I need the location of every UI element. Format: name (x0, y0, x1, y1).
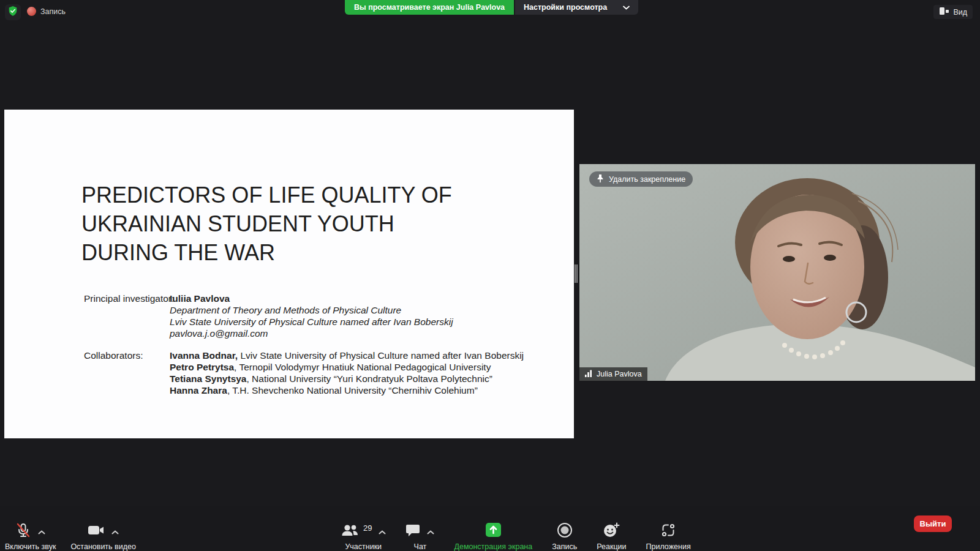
audio-options-chevron-icon[interactable] (38, 526, 45, 537)
collaborators-label: Collaborators: (84, 350, 143, 361)
participants-chevron-icon[interactable] (379, 526, 386, 537)
chat-button[interactable]: Чат (405, 515, 434, 551)
participant-video-feed (579, 164, 975, 381)
stop-video-label: Остановить видео (70, 542, 136, 551)
apps-icon (660, 522, 676, 541)
shield-check-icon (7, 6, 18, 19)
principal-investigator-label: Principal investigator: (84, 293, 174, 304)
record-button[interactable]: Запись (552, 515, 577, 551)
collaborator-row: Hanna Zhara, T.H. Shevchenko National Un… (170, 384, 524, 396)
security-button[interactable] (5, 4, 21, 20)
participants-icon (341, 523, 359, 539)
participant-name-tag: Julia Pavlova (579, 367, 647, 381)
microphone-muted-icon (15, 522, 31, 541)
remove-pin-button[interactable]: Удалить закрепление (589, 171, 693, 187)
pi-detail-line: Lviv State University of Physical Cultur… (170, 316, 453, 328)
shared-screen-slide: PREDICTORS OF LIFE QUALITY OF UKRAINIAN … (4, 110, 574, 438)
view-options-button[interactable]: Настройки просмотра (515, 0, 638, 15)
layout-view-icon (939, 7, 949, 17)
reactions-label: Реакции (597, 542, 626, 551)
reactions-smiley-icon (603, 522, 620, 541)
collaborator-row: Tetiana Synytsya, National University “Y… (170, 373, 524, 384)
reactions-button[interactable]: Реакции (597, 515, 626, 551)
chat-bubble-icon (405, 523, 420, 539)
share-screen-label: Демонстрация экрана (454, 542, 532, 551)
camera-icon (88, 524, 105, 539)
unmute-label: Включить звук (5, 542, 56, 551)
participants-count: 29 (363, 523, 372, 533)
panel-resize-handle[interactable] (575, 264, 576, 283)
apps-label: Приложения (646, 542, 691, 551)
record-dot-icon (27, 7, 36, 16)
view-button[interactable]: Вид (933, 5, 973, 19)
participant-name: Julia Pavlova (597, 370, 642, 378)
share-screen-button[interactable]: Демонстрация экрана (454, 515, 532, 551)
participants-button[interactable]: 29 Участники (341, 515, 386, 551)
stop-video-button[interactable]: Остановить видео (70, 515, 136, 551)
record-icon (557, 522, 573, 541)
signal-bars-icon (585, 370, 593, 379)
meeting-toolbar: Включить звук Остановить видео (0, 506, 980, 551)
slide-title-line: PREDICTORS OF LIFE QUALITY OF (81, 181, 452, 209)
leave-meeting-button[interactable]: Выйти (914, 515, 952, 532)
principal-investigator-details: Department of Theory and Methods of Phys… (170, 304, 453, 339)
slide-title-line: UKRAINIAN STUDENT YOUTH (81, 209, 452, 238)
recording-indicator: Запись (27, 7, 66, 16)
principal-investigator-name: Iuliia Pavlova (170, 293, 230, 304)
share-screen-icon (485, 522, 502, 540)
slide-title-line: DURING THE WAR (81, 238, 452, 267)
remove-pin-label: Удалить закрепление (609, 175, 685, 184)
pi-detail-line: Department of Theory and Methods of Phys… (170, 304, 453, 316)
chat-chevron-icon[interactable] (427, 526, 434, 537)
apps-button[interactable]: Приложения (646, 515, 691, 551)
screen-share-banner-group: Вы просматриваете экран Julia Pavlova На… (345, 0, 638, 15)
slide-title: PREDICTORS OF LIFE QUALITY OF UKRAINIAN … (81, 181, 452, 267)
participants-label: Участники (345, 542, 382, 551)
pi-detail-line: pavlova.j.o@gmail.com (170, 328, 453, 339)
video-options-chevron-icon[interactable] (111, 526, 119, 537)
view-label: Вид (953, 8, 967, 17)
recording-label: Запись (40, 7, 66, 16)
record-label: Запись (552, 542, 577, 551)
pushpin-icon (597, 174, 604, 184)
view-options-label: Настройки просмотра (524, 3, 607, 12)
chat-label: Чат (414, 542, 427, 551)
collaborators-list: Ivanna Bodnar, Lviv State University of … (170, 350, 524, 396)
collaborator-row: Ivanna Bodnar, Lviv State University of … (170, 350, 524, 361)
collaborator-row: Petro Petrytsa, Ternopil Volodymyr Hnati… (170, 361, 524, 373)
viewing-screen-banner: Вы просматриваете экран Julia Pavlova (345, 0, 514, 15)
unmute-button[interactable]: Включить звук (5, 515, 56, 551)
chevron-down-icon (623, 3, 630, 12)
participant-video-tile: Удалить закрепление Julia Pavlova (579, 164, 975, 381)
zoom-meeting-window: Запись Вы просматриваете экран Julia Pav… (0, 0, 980, 551)
